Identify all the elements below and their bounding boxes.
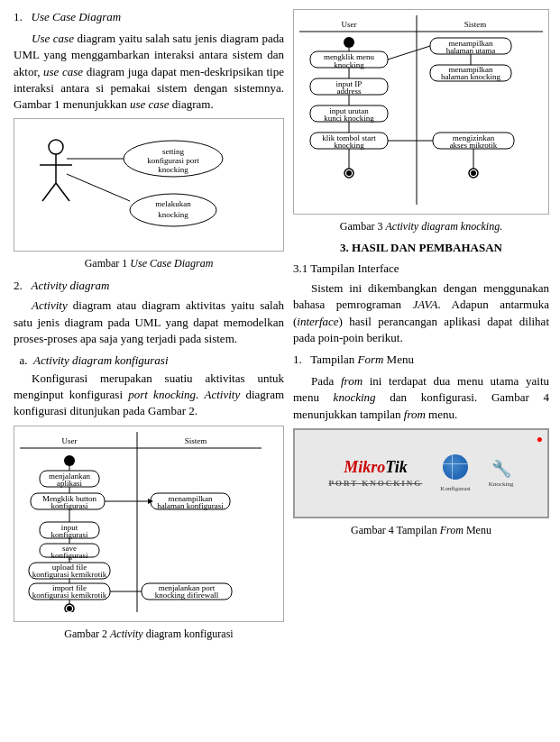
item2a-text: Konfigurasi merupakan suatiu aktivitas u… [14, 371, 284, 420]
use-case-diagram: setting konfigurasi port knocking melaku… [14, 118, 284, 252]
svg-point-58 [344, 37, 354, 48]
mikrotik-form-preview: ● MikroTik PORT KNOCKING [293, 428, 549, 518]
svg-text:konfigurasi kemikrotik: konfigurasi kemikrotik [32, 591, 107, 600]
item1-form-text: Pada from ini terdapat dua menu utama ya… [293, 373, 549, 423]
item2-number: 2. [14, 279, 23, 292]
svg-text:Sistem: Sistem [464, 20, 487, 29]
svg-line-66 [388, 46, 430, 60]
section3-1-heading: 3.1 Tampilan Interface [293, 261, 549, 277]
activity-diagram-knocking: User Sistem mengklik menu knocking menam… [293, 9, 549, 215]
svg-text:melakukan: melakukan [155, 199, 191, 208]
fig4-caption: Gambar 4 Tampilan From Menu [293, 524, 549, 537]
item2-text: Activity diagram atau diagram aktivitas … [14, 298, 284, 347]
svg-text:User: User [62, 436, 78, 445]
svg-text:akses mikrotik: akses mikrotik [450, 141, 498, 150]
item1-number: 1. [14, 10, 23, 23]
svg-text:knocking difirewall: knocking difirewall [155, 591, 219, 600]
mikrotik-knocking-icon: 🔧 [489, 459, 514, 479]
item2a-label: a. [20, 353, 28, 367]
svg-text:aplikasi: aplikasi [57, 479, 82, 488]
section3-1-text: Sistem ini dikembangkan dengan menggunak… [293, 280, 549, 346]
svg-text:halaman konfigurasi: halaman konfigurasi [157, 501, 224, 510]
svg-text:knocking: knocking [158, 165, 188, 174]
close-icon: ● [537, 433, 543, 446]
item1-title: Use Case Diagram [32, 10, 122, 23]
svg-text:User: User [342, 20, 357, 29]
fig1-caption: Gambar 1 Use Case Diagram [14, 257, 284, 270]
svg-point-0 [49, 140, 63, 154]
mikrotik-knocking-label: Knocking [489, 481, 514, 488]
svg-point-18 [64, 455, 75, 466]
svg-line-4 [56, 183, 69, 201]
svg-text:konfigurasi: konfigurasi [51, 530, 88, 539]
right-column: User Sistem mengklik menu knocking menam… [293, 9, 549, 648]
svg-point-91 [471, 170, 476, 176]
mikrotik-konfigurasi-label: Konfigurasi [440, 485, 470, 492]
svg-text:setting: setting [162, 147, 184, 156]
svg-text:address: address [337, 87, 362, 96]
svg-text:halaman utama: halaman utama [446, 46, 496, 55]
item1-text: Use case diagram yaitu salah satu jenis … [14, 31, 284, 113]
fig2-caption: Gambar 2 Activity diagram konfigurasi [14, 627, 284, 641]
activity-knocking-svg: User Sistem mengklik menu knocking menam… [299, 15, 543, 205]
svg-line-13 [67, 174, 130, 201]
item2-title: Activity diagram [32, 279, 110, 292]
svg-text:Sistem: Sistem [185, 436, 207, 445]
svg-point-88 [346, 170, 352, 176]
svg-text:knocking: knocking [334, 141, 364, 150]
section3-heading: 3. HASIL DAN PEMBAHASAN [293, 241, 549, 255]
mikrotik-logo-red: Mikro [344, 458, 385, 476]
item1-form-label: 1. Tampilan Form Menu [293, 352, 549, 368]
svg-text:konfigurasi kemikrotik: konfigurasi kemikrotik [32, 570, 107, 579]
svg-text:knocking: knocking [158, 210, 188, 219]
svg-text:konfigurasi port: konfigurasi port [147, 156, 199, 165]
item2a-title: Activity diagram konfigurasi [33, 353, 168, 367]
activity-konfigurasi-svg: User Sistem menjalankan aplikasi Mengkli… [20, 432, 262, 612]
item1-form-menu: 1. Tampilan Form Menu Pada from ini terd… [293, 352, 549, 423]
activity-diagram-konfigurasi: User Sistem menjalankan aplikasi Mengkli… [14, 426, 284, 622]
left-column: 1. Use Case Diagram Use case diagram yai… [14, 9, 284, 648]
use-case-svg: setting konfigurasi port knocking melaku… [20, 124, 263, 242]
svg-point-52 [67, 606, 72, 611]
fig3-caption: Gambar 3 Activity diagram knocking. [293, 220, 549, 234]
svg-text:halaman knocking: halaman knocking [441, 72, 501, 81]
mikrotik-subtitle: PORT KNOCKING [329, 479, 423, 488]
svg-text:kunci knocking: kunci knocking [324, 114, 374, 123]
svg-text:konfigurasi: konfigurasi [51, 501, 88, 510]
mikrotik-logo-black: Tik [385, 458, 407, 476]
svg-line-3 [42, 183, 56, 201]
